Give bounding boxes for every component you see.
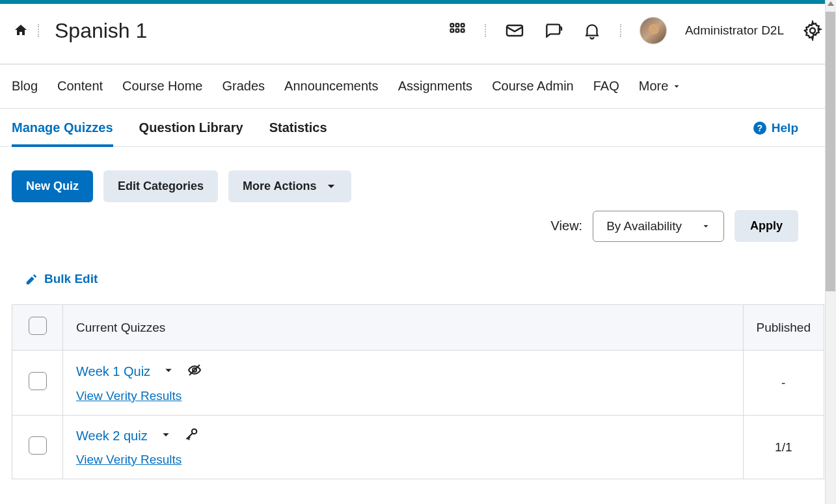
more-actions-label: More Actions <box>243 179 316 193</box>
table-row: Week 1 Quiz View Verity Results - <box>12 351 824 416</box>
bulk-edit-link[interactable]: Bulk Edit <box>25 272 824 286</box>
svg-rect-3 <box>450 29 453 33</box>
separator <box>620 24 621 37</box>
nav-blog[interactable]: Blog <box>12 79 38 94</box>
gear-icon[interactable] <box>802 20 823 41</box>
svg-rect-2 <box>461 24 465 27</box>
bulk-edit-icon <box>25 272 39 286</box>
svg-rect-0 <box>450 24 453 27</box>
scroll-thumb[interactable] <box>826 12 835 291</box>
nav-faq[interactable]: FAQ <box>593 79 619 94</box>
nav-assignments[interactable]: Assignments <box>398 79 473 94</box>
published-cell: 1/1 <box>743 416 824 479</box>
user-name[interactable]: Administrator D2L <box>685 23 784 38</box>
chat-icon[interactable] <box>543 20 564 41</box>
quiz-title-row: Week 2 quiz <box>76 427 730 445</box>
view-filter-row: View: By Availability Apply <box>12 210 824 242</box>
tab-statistics[interactable]: Statistics <box>269 110 327 146</box>
chevron-down-icon <box>325 181 337 192</box>
select-all-header <box>12 305 63 351</box>
table-header-row: Current Quizzes Published <box>12 305 824 351</box>
sub-tabs: Manage Quizzes Question Library Statisti… <box>12 110 753 146</box>
svg-point-7 <box>810 28 815 33</box>
apply-button[interactable]: Apply <box>735 210 798 242</box>
quiz-title-link[interactable]: Week 2 quiz <box>76 429 148 444</box>
help-icon: ? <box>753 122 766 135</box>
nav-more-label: More <box>639 79 669 94</box>
chevron-down-icon <box>701 222 710 231</box>
quiz-title-link[interactable]: Week 1 Quiz <box>76 364 150 379</box>
sub-tabs-row: Manage Quizzes Question Library Statisti… <box>0 110 836 147</box>
nav-announcements[interactable]: Announcements <box>284 79 379 94</box>
nav-grades[interactable]: Grades <box>222 79 265 94</box>
quiz-actions-dropdown[interactable] <box>163 365 174 379</box>
mail-icon[interactable] <box>504 20 525 41</box>
vertical-scrollbar[interactable] <box>825 0 836 504</box>
quiz-cell: Week 1 Quiz View Verity Results <box>63 351 744 416</box>
avatar[interactable] <box>640 17 667 44</box>
content-area: New Quiz Edit Categories More Actions Vi… <box>0 147 836 491</box>
course-title[interactable]: Spanish 1 <box>55 19 147 43</box>
bell-icon[interactable] <box>582 21 602 40</box>
special-access-icon <box>184 427 198 445</box>
bulk-edit-label: Bulk Edit <box>44 272 98 286</box>
verity-results-link[interactable]: View Verity Results <box>76 453 182 467</box>
header-icon-group <box>448 20 621 41</box>
view-selected: By Availability <box>606 219 682 233</box>
svg-rect-1 <box>456 24 459 27</box>
more-actions-button[interactable]: More Actions <box>228 170 351 202</box>
help-link[interactable]: ? Help <box>753 121 798 135</box>
select-all-checkbox[interactable] <box>29 317 47 335</box>
tab-question-library[interactable]: Question Library <box>139 110 243 146</box>
nav-content[interactable]: Content <box>57 79 103 94</box>
row-check-cell <box>12 416 63 479</box>
action-button-row: New Quiz Edit Categories More Actions <box>12 170 824 202</box>
nav-course-home[interactable]: Course Home <box>122 79 202 94</box>
svg-point-10 <box>192 429 196 434</box>
row-checkbox[interactable] <box>29 436 47 455</box>
view-select[interactable]: By Availability <box>593 211 724 242</box>
help-label: Help <box>772 121 798 135</box>
row-checkbox[interactable] <box>29 372 47 390</box>
new-quiz-button[interactable]: New Quiz <box>12 170 93 202</box>
nav-course-admin[interactable]: Course Admin <box>492 79 574 94</box>
table-row: Week 2 quiz View Verity Results 1/1 <box>12 416 824 479</box>
quiz-title-row: Week 1 Quiz <box>76 362 730 381</box>
row-check-cell <box>12 351 63 416</box>
view-label: View: <box>551 219 583 233</box>
chevron-down-icon <box>672 82 681 91</box>
svg-rect-5 <box>461 29 465 33</box>
quiz-cell: Week 2 quiz View Verity Results <box>63 416 744 479</box>
hidden-icon <box>187 362 202 381</box>
home-icon[interactable] <box>13 23 29 38</box>
course-header: Spanish 1 Administrator D2L <box>0 4 836 64</box>
header-right: Administrator D2L <box>448 17 823 44</box>
col-published: Published <box>743 305 824 351</box>
main-nav: Blog Content Course Home Grades Announce… <box>0 64 836 109</box>
col-quizzes: Current Quizzes <box>63 305 744 351</box>
svg-rect-4 <box>456 29 459 33</box>
separator <box>485 24 486 37</box>
edit-categories-button[interactable]: Edit Categories <box>103 170 218 202</box>
verity-results-link[interactable]: View Verity Results <box>76 389 182 403</box>
apps-grid-icon[interactable] <box>448 21 466 40</box>
published-cell: - <box>743 351 824 416</box>
separator <box>38 24 39 37</box>
quiz-actions-dropdown[interactable] <box>161 429 171 444</box>
nav-more[interactable]: More <box>639 79 682 94</box>
quizzes-table: Current Quizzes Published Week 1 Quiz <box>12 304 824 479</box>
scroll-up-arrow[interactable] <box>828 1 834 6</box>
header-left: Spanish 1 <box>13 19 147 43</box>
tab-manage-quizzes[interactable]: Manage Quizzes <box>12 110 113 147</box>
